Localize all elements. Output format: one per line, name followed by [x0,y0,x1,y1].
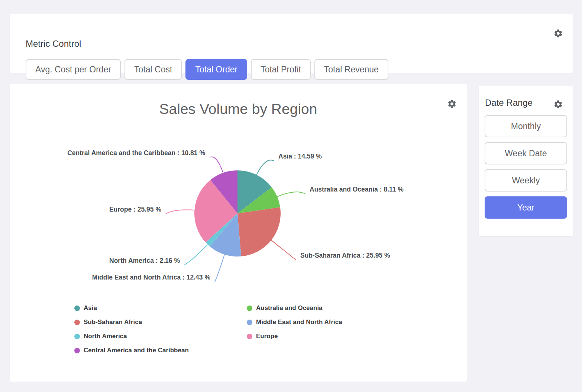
metric-button-total-cost[interactable]: Total Cost [125,59,182,80]
pie-label-sub-saharan-africa: Sub-Saharan Africa : 25.95 % [300,252,390,259]
dashboard-page: Metric Control Avg. Cost per OrderTotal … [0,0,582,392]
legend-label: Europe [256,333,278,340]
metric-button-total-profit[interactable]: Total Profit [251,59,311,80]
sales-volume-chart-panel: Sales Volume by Region Asia : 14.59 %Aus… [10,84,467,382]
legend-item-sub-saharan-africa[interactable]: Sub-Saharan Africa [74,318,247,327]
legend-label: Sub-Saharan Africa [84,318,142,326]
leader-line-sub-saharan-africa [271,240,296,260]
metric-control-title: Metric Control [26,39,81,49]
date-range-title: Date Range [485,98,533,108]
legend-swatch-icon [247,306,252,311]
leader-line-middle-east-and-north-africa [215,255,224,282]
legend-swatch-icon [247,320,252,325]
legend-swatch-icon [74,320,80,325]
leader-line-central-america-and-the-caribbean [210,157,223,173]
metric-control-panel: Metric Control Avg. Cost per OrderTotal … [10,14,573,73]
legend-swatch-icon [74,306,80,311]
legend-item-central-america-and-the-caribbean[interactable]: Central America and the Caribbean [74,346,247,355]
legend-label: North America [84,333,127,340]
leader-line-australia-and-oceania [277,192,305,197]
pie-label-north-america: North America : 2.16 % [109,257,180,264]
chart-legend: AsiaAustralia and OceaniaSub-Saharan Afr… [74,304,342,355]
legend-label: Asia [84,304,97,312]
legend-item-asia[interactable]: Asia [74,304,247,313]
date-range-button-monthly[interactable]: Monthly [485,115,567,137]
legend-label: Middle East and North Africa [256,318,342,326]
legend-label: Central America and the Caribbean [84,347,189,354]
legend-swatch-icon [247,334,252,339]
legend-item-australia-and-oceania[interactable]: Australia and Oceania [247,304,342,313]
metric-button-total-order[interactable]: Total Order [185,59,247,80]
gear-icon [553,29,563,38]
leader-line-asia [256,160,274,175]
gear-icon [553,99,563,109]
legend-swatch-icon [74,334,80,339]
date-range-settings-gear-icon[interactable] [553,99,563,109]
date-range-button-week-date[interactable]: Week Date [485,142,567,164]
legend-label: Australia and Oceania [256,304,323,312]
legend-swatch-icon [74,348,80,353]
legend-item-europe[interactable]: Europe [247,332,342,341]
pie-label-middle-east-and-north-africa: Middle East and North Africa : 12.43 % [92,274,211,281]
metric-settings-gear-icon[interactable] [553,29,563,38]
pie-label-australia-and-oceania: Australia and Oceania : 8.11 % [310,186,404,193]
date-range-panel: Date Range MonthlyWeek DateWeeklyYear [479,86,573,236]
date-range-button-year[interactable]: Year [485,196,567,219]
metric-button-total-revenue[interactable]: Total Revenue [314,59,388,80]
metric-button-avg-cost-per-order[interactable]: Avg. Cost per Order [26,59,121,80]
pie-slice-sub-saharan-africa[interactable] [237,207,281,256]
leader-line-north-america [184,245,208,265]
pie-label-asia: Asia : 14.59 % [278,153,322,160]
date-range-button-weekly[interactable]: Weekly [485,169,567,192]
legend-item-north-america[interactable]: North America [74,332,247,341]
pie-label-central-america-and-the-caribbean: Central America and the Caribbean : 10.8… [67,149,205,157]
date-range-button-group: MonthlyWeek DateWeeklyYear [485,115,567,219]
legend-item-middle-east-and-north-africa[interactable]: Middle East and North Africa [247,318,342,327]
pie-label-europe: Europe : 25.95 % [109,206,161,213]
leader-line-europe [166,210,194,214]
metric-button-group: Avg. Cost per OrderTotal CostTotal Order… [26,59,388,80]
